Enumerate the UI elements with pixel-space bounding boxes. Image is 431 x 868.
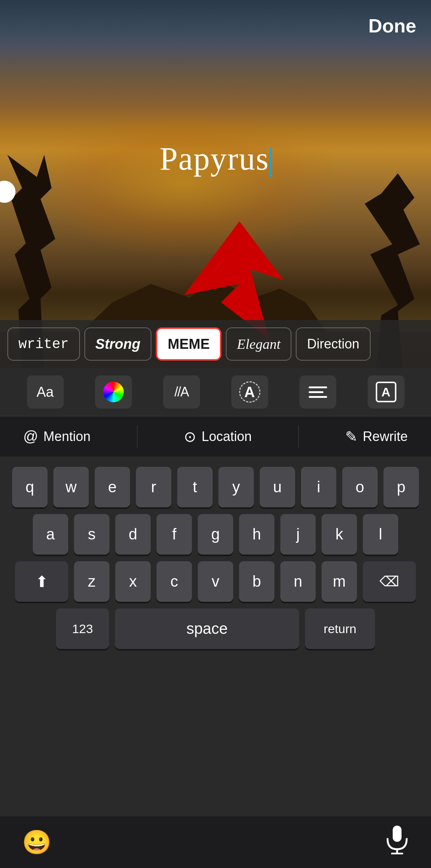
key-q[interactable]: q bbox=[12, 467, 48, 507]
format-toolbar: Aa //A A A bbox=[0, 368, 431, 416]
background-photo bbox=[0, 0, 431, 376]
location-pin-icon: ⊙ bbox=[184, 428, 196, 445]
key-f[interactable]: f bbox=[157, 514, 192, 555]
mention-icon: @ bbox=[23, 428, 38, 445]
font-option-meme[interactable]: Meme bbox=[156, 327, 221, 361]
key-y[interactable]: y bbox=[218, 467, 254, 507]
shift-icon: ⬆ bbox=[35, 573, 48, 591]
key-delete[interactable]: ⌫ bbox=[363, 561, 416, 602]
done-button[interactable]: Done bbox=[368, 15, 416, 37]
key-z[interactable]: z bbox=[74, 561, 109, 602]
quick-action-bar: @ Mention ⊙ Location ✎ Rewrite bbox=[0, 416, 431, 456]
key-r[interactable]: r bbox=[136, 467, 171, 507]
key-x[interactable]: x bbox=[115, 561, 151, 602]
font-option-strong[interactable]: Strong bbox=[84, 327, 151, 361]
key-c[interactable]: c bbox=[157, 561, 192, 602]
key-b[interactable]: b bbox=[239, 561, 274, 602]
key-w[interactable]: w bbox=[53, 467, 89, 507]
key-v[interactable]: v bbox=[198, 561, 233, 602]
keyboard-row-2: a s d f g h j k l bbox=[0, 514, 431, 555]
mention-button[interactable]: @ Mention bbox=[23, 428, 91, 445]
key-p[interactable]: p bbox=[383, 467, 419, 507]
dotted-a-icon: A bbox=[239, 381, 260, 403]
key-m[interactable]: m bbox=[322, 561, 357, 602]
svg-rect-1 bbox=[393, 826, 402, 842]
align-button[interactable] bbox=[299, 375, 336, 409]
rewrite-button[interactable]: ✎ Rewrite bbox=[345, 428, 408, 445]
key-space[interactable]: space bbox=[115, 608, 299, 649]
key-i[interactable]: i bbox=[301, 467, 336, 507]
key-s[interactable]: s bbox=[74, 514, 109, 555]
keyboard-row-4: 123 space return bbox=[0, 608, 431, 649]
color-button[interactable] bbox=[95, 375, 132, 409]
font-size-button[interactable]: Aa bbox=[27, 375, 64, 409]
key-t[interactable]: t bbox=[177, 467, 213, 507]
box-a-icon: A bbox=[376, 382, 396, 402]
spacing-button[interactable]: //A bbox=[163, 375, 200, 409]
divider-2 bbox=[298, 426, 299, 448]
align-icon bbox=[309, 386, 327, 398]
key-l[interactable]: l bbox=[363, 514, 398, 555]
keyboard: q w e r t y u i o p a s d f g h j k l ⬆ … bbox=[0, 456, 431, 868]
keyboard-row-1: q w e r t y u i o p bbox=[0, 456, 431, 507]
key-shift[interactable]: ⬆ bbox=[15, 561, 68, 602]
key-n[interactable]: n bbox=[280, 561, 316, 602]
text-style-button[interactable]: A bbox=[231, 375, 268, 409]
key-d[interactable]: d bbox=[115, 514, 151, 555]
emoji-button[interactable]: 😀 bbox=[22, 829, 52, 856]
font-option-typewriter[interactable]: writer bbox=[7, 327, 80, 361]
mic-button[interactable] bbox=[385, 825, 409, 860]
key-j[interactable]: j bbox=[280, 514, 316, 555]
key-numbers[interactable]: 123 bbox=[56, 608, 109, 649]
font-option-elegant[interactable]: Elegant bbox=[226, 327, 291, 361]
font-style-bar: writer Strong Meme Elegant Direction bbox=[0, 320, 431, 368]
background-button[interactable]: A bbox=[368, 375, 404, 409]
font-option-direction[interactable]: Direction bbox=[296, 327, 370, 361]
location-button[interactable]: ⊙ Location bbox=[184, 428, 252, 445]
key-a[interactable]: a bbox=[33, 514, 68, 555]
sky-glow bbox=[18, 111, 350, 258]
key-g[interactable]: g bbox=[198, 514, 233, 555]
photo-text[interactable]: Papyrus bbox=[160, 140, 271, 177]
color-wheel-icon bbox=[103, 382, 124, 402]
text-cursor bbox=[270, 147, 271, 177]
rewrite-icon: ✎ bbox=[345, 428, 358, 445]
key-e[interactable]: e bbox=[95, 467, 130, 507]
key-return[interactable]: return bbox=[305, 608, 375, 649]
key-h[interactable]: h bbox=[239, 514, 274, 555]
keyboard-row-3: ⬆ z x c v b n m ⌫ bbox=[0, 561, 431, 602]
divider bbox=[137, 426, 137, 448]
key-o[interactable]: o bbox=[342, 467, 378, 507]
key-k[interactable]: k bbox=[322, 514, 357, 555]
key-u[interactable]: u bbox=[260, 467, 295, 507]
bottom-bar: 😀 bbox=[0, 816, 431, 868]
delete-icon: ⌫ bbox=[379, 573, 399, 590]
